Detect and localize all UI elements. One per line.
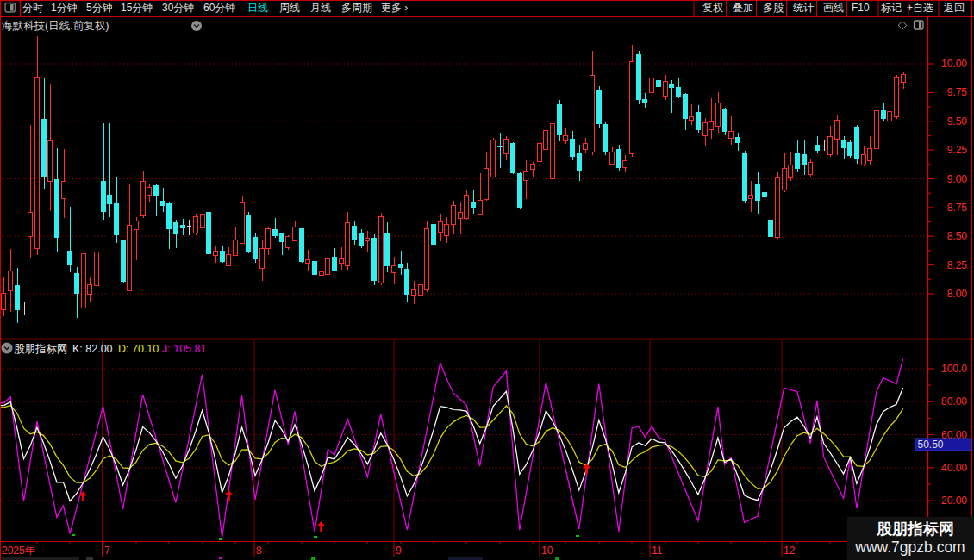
svg-text:F10: F10 [852, 2, 870, 14]
svg-text:J: 105.81: J: 105.81 [162, 343, 206, 355]
svg-text:9.00: 9.00 [947, 173, 968, 185]
svg-text:8: 8 [256, 544, 262, 557]
svg-text:100.0: 100.0 [941, 363, 967, 375]
svg-text:周线: 周线 [279, 2, 300, 14]
svg-text:更多 ›: 更多 › [381, 2, 408, 14]
svg-text:+自选: +自选 [907, 2, 933, 14]
svg-text:12: 12 [784, 544, 796, 557]
svg-text:60分钟: 60分钟 [203, 2, 235, 14]
svg-text:20.00: 20.00 [941, 495, 967, 507]
svg-text:画线: 画线 [823, 2, 844, 14]
svg-text:11: 11 [652, 544, 663, 557]
svg-text:8.25: 8.25 [947, 259, 968, 271]
svg-text:多股: 多股 [763, 2, 784, 14]
svg-text:www.7gpzb.com: www.7gpzb.com [854, 538, 965, 556]
svg-text:9.50: 9.50 [947, 115, 968, 128]
svg-text:9.25: 9.25 [947, 144, 968, 156]
svg-text:7: 7 [104, 544, 110, 557]
svg-text:8.00: 8.00 [947, 288, 968, 300]
svg-text:股朋指标网: 股朋指标网 [876, 520, 954, 538]
svg-text:股朋指标网: 股朋指标网 [14, 343, 68, 355]
svg-text:海默科技(日线.前复权): 海默科技(日线.前复权) [2, 20, 109, 32]
svg-text:标记: 标记 [881, 2, 902, 14]
svg-text:叠加: 叠加 [733, 2, 753, 14]
svg-text:30分钟: 30分钟 [162, 2, 194, 14]
svg-text:50.50: 50.50 [918, 439, 944, 451]
svg-text:10: 10 [541, 544, 553, 557]
svg-text:月线: 月线 [310, 2, 331, 14]
svg-text:8.75: 8.75 [947, 202, 968, 214]
svg-text:D: 70.10: D: 70.10 [118, 343, 159, 355]
svg-text:10.00: 10.00 [941, 58, 967, 70]
svg-text:K: 82.00: K: 82.00 [72, 343, 113, 355]
svg-text:返回: 返回 [944, 2, 965, 14]
svg-text:9.75: 9.75 [947, 86, 968, 98]
svg-text:统计: 统计 [793, 2, 814, 14]
svg-text:40.00: 40.00 [941, 462, 967, 474]
svg-text:5分钟: 5分钟 [86, 2, 113, 14]
svg-text:9: 9 [396, 544, 402, 557]
svg-text:8.50: 8.50 [947, 230, 968, 242]
svg-text:复权: 复权 [702, 2, 723, 14]
svg-text:1分钟: 1分钟 [51, 2, 78, 14]
svg-text:多周期: 多周期 [341, 2, 372, 14]
svg-text:80.00: 80.00 [941, 395, 967, 408]
svg-text:2025年: 2025年 [2, 544, 35, 557]
svg-text:15分钟: 15分钟 [121, 2, 153, 14]
svg-text:日线: 日线 [247, 2, 268, 14]
svg-text:分时: 分时 [22, 2, 43, 14]
